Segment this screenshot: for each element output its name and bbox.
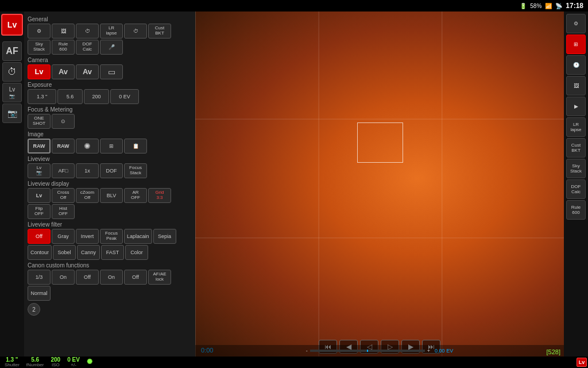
ar-off-btn[interactable]: AROFF xyxy=(124,188,147,203)
sidebar-btn-clock[interactable]: 🕐 xyxy=(566,55,586,75)
iso-btn[interactable]: 200 xyxy=(84,89,109,104)
iso-stat: 200 ISO xyxy=(51,356,60,368)
section-image-label: Image xyxy=(28,131,192,137)
filter-gray-btn[interactable]: Gray xyxy=(52,229,75,244)
ccf4-btn[interactable]: On xyxy=(100,270,123,285)
one-shot-btn[interactable]: ONESHOT xyxy=(28,114,51,129)
ev-stat-lbl: +/- xyxy=(71,363,76,368)
canny-btn[interactable]: Canny xyxy=(77,245,100,260)
shutter-btn[interactable]: 1.3 " xyxy=(28,89,56,104)
sidebar-btn-play-r[interactable]: ▶ xyxy=(566,97,586,116)
focus-stack-btn[interactable]: FocusStack xyxy=(124,163,147,178)
filter-off-btn[interactable]: Off xyxy=(28,229,51,244)
czoom-off-btn[interactable]: cZoomOff xyxy=(76,188,99,203)
laplacain-btn[interactable]: Laplacain xyxy=(124,229,152,244)
focus-peak-btn[interactable]: FocusPeak xyxy=(100,229,123,244)
dof-btn[interactable]: DOF xyxy=(100,163,123,178)
metering-btn[interactable]: ⊙ xyxy=(52,114,75,129)
camera-buttons: Lv Av Av ▭ xyxy=(28,64,192,79)
sky-stack-btn[interactable]: SkyStack xyxy=(28,40,51,55)
cust-bkt-btn[interactable]: CustBKT xyxy=(148,24,171,39)
sidebar-btn-grid[interactable]: ⊞ xyxy=(566,34,586,54)
ccf5-btn[interactable]: Off xyxy=(124,270,147,285)
general-selfie-btn[interactable]: ⏱ xyxy=(124,24,147,39)
blv-btn[interactable]: BLV xyxy=(100,188,123,203)
normal-btn[interactable]: Normal xyxy=(28,286,51,301)
canon-buttons: 1/3 On Off On Off AF/AElock Normal xyxy=(28,270,192,301)
zoom1x-btn[interactable]: 1x xyxy=(76,163,99,178)
rule600-r-label: Rule600 xyxy=(571,205,581,215)
clipboard-icon: 📋 xyxy=(133,143,139,150)
sidebar-btn-custbkt-r[interactable]: CustBKT xyxy=(566,138,586,158)
lv-disp-btn[interactable]: Lv xyxy=(28,188,51,203)
mic-icon: 🎤 xyxy=(109,44,115,51)
ev-btn[interactable]: 0 EV xyxy=(110,89,139,104)
section-lvdisp-label: Liveview display xyxy=(28,181,192,187)
sidebar-btn-skystack-r[interactable]: SkyStack xyxy=(566,159,586,178)
color-btn[interactable]: Color xyxy=(125,245,148,260)
cross-off-btn[interactable]: CrossOff xyxy=(52,188,75,203)
flip-off-btn[interactable]: FlipOFF xyxy=(28,204,51,219)
sidebar-btn-lv[interactable]: Lv xyxy=(1,14,23,36)
timer-icon: ⏱ xyxy=(7,67,17,77)
liveview-buttons: Lv📷 AF□ 1x DOF FocusStack xyxy=(28,163,192,178)
page-number: 2 xyxy=(28,303,40,316)
raw2-btn[interactable]: RAW xyxy=(52,139,75,154)
hist-off-btn[interactable]: HistOFF xyxy=(52,204,75,219)
aperture-btn[interactable]: 5.6 xyxy=(57,89,83,104)
iso-lbl: ISO xyxy=(52,363,60,368)
sidebar-btn-lv2[interactable]: Lv📷 xyxy=(2,83,22,102)
metering-icon: ⊙ xyxy=(61,118,65,125)
raw1-btn[interactable]: RAW xyxy=(28,139,51,154)
general-image-btn[interactable]: 🖼 xyxy=(52,24,75,39)
contour-btn[interactable]: Contour xyxy=(28,245,52,260)
ccf2-btn[interactable]: On xyxy=(52,270,75,285)
section-focus-label: Focus & Metering xyxy=(28,106,192,113)
wb-icon: ✺ xyxy=(84,141,91,151)
sepia-btn[interactable]: Sepia xyxy=(153,229,176,244)
fast-btn[interactable]: FAST xyxy=(101,245,124,260)
general-timer-btn[interactable]: ⏱ xyxy=(76,24,99,39)
sidebar-btn-dofcalc-r[interactable]: DOFCalc xyxy=(566,179,586,199)
ev-value: 0.00 EV xyxy=(435,348,453,354)
ccf3-btn[interactable]: Off xyxy=(76,270,99,285)
grid33-btn[interactable]: Grid3:3 xyxy=(148,188,171,203)
filter-invert-btn[interactable]: Invert xyxy=(76,229,99,244)
right-sidebar: ⚙ ⊞ 🕐 🖼 ▶ LRlapse CustBKT SkyStack DOFCa… xyxy=(564,12,588,356)
sidebar-btn-timer[interactable]: ⏱ xyxy=(2,62,22,82)
cam-av2-btn[interactable]: Av xyxy=(76,64,99,79)
af-box-btn[interactable]: AF□ xyxy=(52,163,75,178)
clipboard-btn[interactable]: 📋 xyxy=(124,139,147,154)
aspect-btn[interactable]: ⊞ xyxy=(100,139,123,154)
cam-av1-btn[interactable]: Av xyxy=(52,64,75,79)
rule-600-btn[interactable]: Rule600 xyxy=(52,40,75,55)
ev-bar: - + 0.00 EV xyxy=(195,345,564,356)
sidebar-btn-cam[interactable]: 📷 xyxy=(2,103,22,123)
focus-box xyxy=(357,122,403,163)
cam-lv-btn[interactable]: Lv xyxy=(28,64,51,79)
sobel-btn[interactable]: Sobel xyxy=(53,245,76,260)
wb-btn[interactable]: ✺ xyxy=(76,139,99,154)
sidebar-btn-sliders[interactable]: ⚙ xyxy=(566,14,586,33)
dofcalc-r-label: DOFCalc xyxy=(571,184,581,194)
status-bar: 🔋 58% 📶 📡 17:18 xyxy=(0,0,588,12)
aspect-icon: ⊞ xyxy=(109,143,114,150)
mic-btn[interactable]: 🎤 xyxy=(100,40,123,55)
image-buttons: RAW RAW ✺ ⊞ 📋 xyxy=(28,139,192,154)
dof-calc-btn[interactable]: DOFCalc xyxy=(76,40,99,55)
afae-btn[interactable]: AF/AElock xyxy=(148,270,171,285)
section-lvfilter-label: Liveview filter xyxy=(28,221,192,228)
general-settings-btn[interactable]: ⚙ xyxy=(28,24,51,39)
sidebar-btn-lapse-r[interactable]: LRlapse xyxy=(566,117,586,137)
cam-rect-btn[interactable]: ▭ xyxy=(100,64,123,79)
sidebar-btn-af[interactable]: AF xyxy=(2,41,22,61)
general-lapse-btn[interactable]: LRlapse xyxy=(100,24,123,39)
lv-cam2-btn[interactable]: Lv📷 xyxy=(28,163,51,178)
ccf1-btn[interactable]: 1/3 xyxy=(28,270,51,285)
signal-icon: 📶 xyxy=(545,3,552,9)
sidebar-btn-image-r[interactable]: 🖼 xyxy=(566,76,586,95)
image-r-icon: 🖼 xyxy=(574,83,579,89)
lvdisp-buttons: Lv CrossOff cZoomOff BLV AROFF Grid3:3 F… xyxy=(28,188,192,219)
exposure-buttons: 1.3 " 5.6 200 0 EV xyxy=(28,89,192,104)
sidebar-btn-rule600-r[interactable]: Rule600 xyxy=(566,200,586,220)
